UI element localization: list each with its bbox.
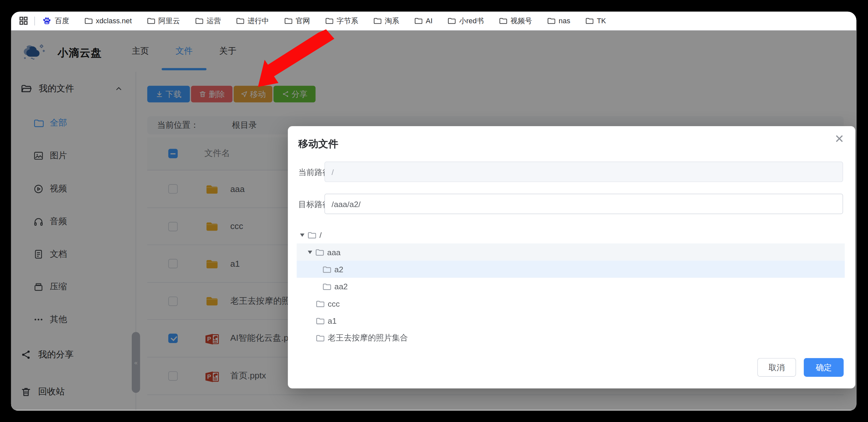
bookmark-ai[interactable]: AI — [414, 17, 432, 25]
bookmark-baidu[interactable]: du 百度 — [42, 16, 69, 26]
screenshot-stage: du 百度 xdclass.net 阿里云 运营 进行中 官网 字节系 淘系 A… — [0, 0, 868, 422]
confirm-button[interactable]: 确定 — [804, 358, 844, 377]
move-file-dialog: 移动文件 ✕ 当前路径 / 目标路径 /aaa/a2/ / aaa a — [288, 126, 855, 388]
folder-icon — [414, 17, 422, 25]
folder-icon — [307, 230, 316, 239]
folder-tree: / aaa a2 aa2 ccc — [297, 226, 845, 346]
folder-icon — [84, 17, 92, 25]
bookmark-nas[interactable]: nas — [547, 17, 570, 25]
tree-node-a2[interactable]: a2 — [297, 260, 845, 278]
bookmark-label: 运营 — [207, 16, 221, 26]
bookmark-label: 百度 — [55, 16, 69, 26]
bookmark-label: 淘系 — [385, 16, 399, 26]
bookmark-label: TK — [597, 17, 606, 25]
bookmark-items: du 百度 xdclass.net 阿里云 运营 进行中 官网 字节系 淘系 A… — [42, 16, 606, 26]
bookmark-guanwang[interactable]: 官网 — [284, 16, 310, 26]
tree-node-laowang[interactable]: 老王去按摩的照片集合 — [297, 329, 845, 346]
folder-icon — [499, 17, 507, 25]
current-path-input: / — [324, 162, 843, 182]
folder-icon — [322, 282, 331, 291]
bookmark-jinxingzhong[interactable]: 进行中 — [236, 16, 269, 26]
folder-icon — [373, 17, 381, 25]
caret-down-icon[interactable] — [308, 250, 312, 254]
bookmark-label: 官网 — [296, 16, 310, 26]
bookmark-label: 视频号 — [510, 16, 532, 26]
svg-text:du: du — [45, 21, 49, 24]
folder-icon — [325, 17, 333, 25]
caret-down-icon[interactable] — [300, 233, 305, 236]
folder-icon — [316, 316, 324, 325]
folder-icon — [195, 17, 203, 25]
bookmark-label: 进行中 — [247, 16, 269, 26]
bookmark-label: AI — [426, 17, 433, 25]
apps-grid-icon[interactable] — [19, 16, 28, 26]
baidu-paw-icon: du — [42, 16, 52, 26]
folder-icon — [236, 17, 244, 25]
tree-node-root[interactable]: / — [297, 226, 845, 244]
folder-icon — [447, 17, 456, 25]
folder-icon — [315, 248, 324, 257]
tree-node-ccc[interactable]: ccc — [297, 295, 845, 312]
bookmark-label: 字节系 — [337, 16, 358, 26]
folder-icon — [316, 299, 324, 308]
folder-icon — [316, 333, 324, 342]
cancel-button[interactable]: 取消 — [757, 358, 796, 377]
bookmark-zijiexi[interactable]: 字节系 — [325, 16, 358, 26]
folder-icon — [284, 17, 292, 25]
folder-icon — [585, 17, 593, 25]
tree-node-aa2[interactable]: aa2 — [297, 278, 845, 295]
bookmark-yunying[interactable]: 运营 — [195, 16, 221, 26]
bookmark-xiaoredshu[interactable]: 小red书 — [447, 16, 484, 26]
tree-node-a1[interactable]: a1 — [297, 312, 845, 329]
target-path-input[interactable]: /aaa/a2/ — [324, 194, 843, 214]
bookmark-xdclass[interactable]: xdclass.net — [84, 17, 132, 25]
folder-icon — [147, 17, 155, 25]
bookmark-shipinhao[interactable]: 视频号 — [499, 16, 532, 26]
bookmark-label: 小red书 — [459, 16, 484, 26]
bookmarks-bar: du 百度 xdclass.net 阿里云 运营 进行中 官网 字节系 淘系 A… — [11, 11, 857, 30]
folder-icon — [547, 17, 555, 25]
bookmark-aliyun[interactable]: 阿里云 — [147, 16, 180, 26]
bookmark-label: nas — [559, 17, 570, 25]
tree-node-aaa[interactable]: aaa — [297, 244, 845, 260]
bookmark-label: xdclass.net — [96, 17, 132, 25]
folder-icon — [322, 265, 331, 273]
bookmark-label: 阿里云 — [158, 16, 180, 26]
dialog-title: 移动文件 — [298, 137, 338, 151]
close-icon[interactable]: ✕ — [835, 133, 844, 144]
bookmark-taoxi[interactable]: 淘系 — [373, 16, 399, 26]
bookmarks-divider — [34, 17, 35, 25]
bookmark-tk[interactable]: TK — [585, 17, 606, 25]
